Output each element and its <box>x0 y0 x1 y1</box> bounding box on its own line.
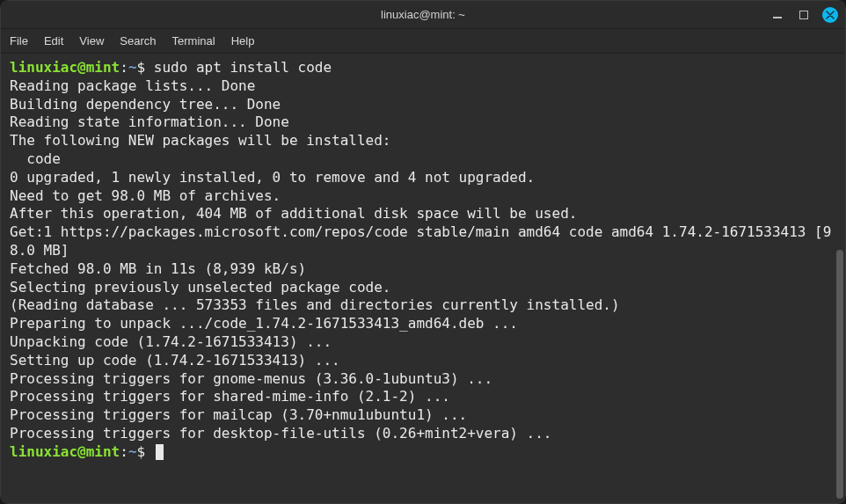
prompt-line-2: linuxiac@mint:~$ <box>10 443 836 462</box>
minimize-button[interactable] <box>769 7 785 23</box>
output-line: Building dependency tree... Done <box>10 96 836 114</box>
output-line: The following NEW packages will be insta… <box>10 132 836 150</box>
close-icon <box>826 11 835 19</box>
terminal-body[interactable]: linuxiac@mint:~$ sudo apt install codeRe… <box>1 54 845 503</box>
output-line: Reading package lists... Done <box>10 77 836 96</box>
menu-file[interactable]: File <box>10 34 28 47</box>
output-line: Reading state information... Done <box>10 113 836 132</box>
output-line: Fetched 98.0 MB in 11s (8,939 kB/s) <box>10 260 836 279</box>
menubar: File Edit View Search Terminal Help <box>1 29 845 54</box>
output-line: Processing triggers for desktop-file-uti… <box>10 425 836 443</box>
scroll-thumb[interactable] <box>836 250 843 499</box>
prompt-path: ~ <box>128 59 137 76</box>
output-line: Get:1 https://packages.microsoft.com/rep… <box>10 223 836 260</box>
output-line: code <box>10 150 836 169</box>
menu-view[interactable]: View <box>79 34 104 47</box>
output-line: 0 upgraded, 1 newly installed, 0 to remo… <box>10 169 836 187</box>
menu-terminal[interactable]: Terminal <box>172 34 215 47</box>
output-line: Unpacking code (1.74.2-1671533413) ... <box>10 333 836 352</box>
output-line: Selecting previously unselected package … <box>10 279 836 297</box>
output-line: Setting up code (1.74.2-1671533413) ... <box>10 352 836 370</box>
menu-edit[interactable]: Edit <box>44 34 63 47</box>
output-line: After this operation, 404 MB of addition… <box>10 205 836 223</box>
output-line: (Reading database ... 573353 files and d… <box>10 296 836 315</box>
maximize-button[interactable] <box>796 7 812 23</box>
window-title: linuxiac@mint: ~ <box>381 8 465 21</box>
terminal-window: linuxiac@mint: ~ File Edit View Search T… <box>0 0 846 504</box>
output-line: Processing triggers for gnome-menus (3.3… <box>10 370 836 389</box>
window-controls <box>769 7 838 23</box>
menu-search[interactable]: Search <box>120 34 156 47</box>
command-text: sudo apt install code <box>154 59 332 76</box>
output-block: Reading package lists... DoneBuilding de… <box>10 77 836 443</box>
prompt-colon: : <box>120 59 128 76</box>
prompt-symbol: $ <box>137 59 146 76</box>
output-line: Preparing to unpack .../code_1.74.2-1671… <box>10 315 836 333</box>
output-line: Processing triggers for shared-mime-info… <box>10 388 836 406</box>
menu-help[interactable]: Help <box>231 34 255 47</box>
prompt-user: linuxiac <box>10 59 77 76</box>
titlebar[interactable]: linuxiac@mint: ~ <box>1 1 845 29</box>
prompt-line-1: linuxiac@mint:~$ sudo apt install code <box>10 59 836 77</box>
maximize-icon <box>799 11 808 19</box>
minimize-icon <box>773 17 782 18</box>
cursor <box>156 444 164 460</box>
output-line: Need to get 98.0 MB of archives. <box>10 187 836 206</box>
output-line: Processing triggers for mailcap (3.70+nm… <box>10 406 836 425</box>
prompt-host: mint <box>86 59 120 76</box>
close-button[interactable] <box>822 7 838 23</box>
scrollbar[interactable] <box>835 55 844 499</box>
prompt-at: @ <box>77 59 86 76</box>
